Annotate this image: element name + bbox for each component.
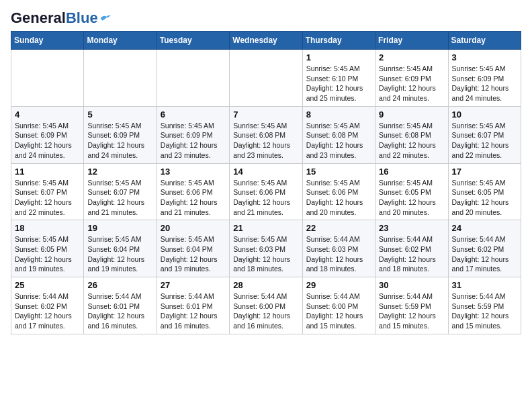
calendar-cell: 1Sunrise: 5:45 AMSunset: 6:10 PMDaylight… bbox=[302, 50, 375, 107]
calendar-cell: 13Sunrise: 5:45 AMSunset: 6:06 PMDayligh… bbox=[157, 163, 229, 220]
day-number: 9 bbox=[379, 109, 444, 120]
day-number: 2 bbox=[379, 52, 444, 62]
day-info: Sunrise: 5:45 AMSunset: 6:10 PMDaylight:… bbox=[306, 64, 371, 103]
day-info: Sunrise: 5:45 AMSunset: 6:09 PMDaylight:… bbox=[87, 121, 152, 161]
day-number: 10 bbox=[452, 109, 517, 120]
day-number: 6 bbox=[161, 109, 226, 120]
day-info: Sunrise: 5:44 AMSunset: 6:02 PMDaylight:… bbox=[452, 234, 517, 274]
calendar-cell: 27Sunrise: 5:44 AMSunset: 6:01 PMDayligh… bbox=[157, 277, 229, 334]
day-number: 23 bbox=[379, 223, 444, 233]
day-info: Sunrise: 5:45 AMSunset: 6:08 PMDaylight:… bbox=[233, 121, 298, 161]
calendar-cell: 15Sunrise: 5:45 AMSunset: 6:06 PMDayligh… bbox=[302, 163, 375, 220]
day-number: 12 bbox=[87, 167, 152, 177]
day-info: Sunrise: 5:45 AMSunset: 6:04 PMDaylight:… bbox=[161, 234, 226, 274]
day-info: Sunrise: 5:45 AMSunset: 6:07 PMDaylight:… bbox=[15, 178, 80, 218]
calendar-week-row: 11Sunrise: 5:45 AMSunset: 6:07 PMDayligh… bbox=[11, 163, 521, 220]
calendar-cell bbox=[11, 50, 84, 107]
day-info: Sunrise: 5:44 AMSunset: 6:02 PMDaylight:… bbox=[379, 234, 444, 274]
day-info: Sunrise: 5:45 AMSunset: 6:06 PMDaylight:… bbox=[233, 178, 298, 218]
logo-bird-icon bbox=[99, 13, 112, 23]
day-info: Sunrise: 5:45 AMSunset: 6:03 PMDaylight:… bbox=[233, 234, 298, 274]
weekday-header: Sunday bbox=[11, 32, 84, 50]
day-info: Sunrise: 5:45 AMSunset: 6:08 PMDaylight:… bbox=[379, 121, 444, 161]
day-info: Sunrise: 5:45 AMSunset: 6:07 PMDaylight:… bbox=[452, 121, 517, 161]
calendar-cell: 11Sunrise: 5:45 AMSunset: 6:07 PMDayligh… bbox=[11, 163, 84, 220]
day-info: Sunrise: 5:44 AMSunset: 6:03 PMDaylight:… bbox=[306, 234, 371, 274]
day-number: 13 bbox=[161, 167, 226, 177]
calendar-cell: 10Sunrise: 5:45 AMSunset: 6:07 PMDayligh… bbox=[448, 106, 521, 163]
calendar-cell: 23Sunrise: 5:44 AMSunset: 6:02 PMDayligh… bbox=[375, 220, 448, 277]
day-number: 25 bbox=[15, 280, 80, 290]
calendar-cell: 19Sunrise: 5:45 AMSunset: 6:04 PMDayligh… bbox=[84, 220, 157, 277]
day-info: Sunrise: 5:44 AMSunset: 6:01 PMDaylight:… bbox=[87, 291, 152, 331]
day-number: 20 bbox=[161, 223, 226, 233]
calendar-cell: 28Sunrise: 5:44 AMSunset: 6:00 PMDayligh… bbox=[230, 277, 302, 334]
calendar-cell: 3Sunrise: 5:45 AMSunset: 6:09 PMDaylight… bbox=[448, 50, 521, 107]
calendar-cell: 25Sunrise: 5:44 AMSunset: 6:02 PMDayligh… bbox=[11, 277, 84, 334]
calendar-cell: 5Sunrise: 5:45 AMSunset: 6:09 PMDaylight… bbox=[84, 106, 157, 163]
calendar-cell: 17Sunrise: 5:45 AMSunset: 6:05 PMDayligh… bbox=[448, 163, 521, 220]
day-number: 18 bbox=[15, 223, 80, 233]
calendar-cell: 30Sunrise: 5:44 AMSunset: 5:59 PMDayligh… bbox=[375, 277, 448, 334]
calendar-cell: 4Sunrise: 5:45 AMSunset: 6:09 PMDaylight… bbox=[11, 106, 84, 163]
day-number: 8 bbox=[306, 109, 371, 120]
calendar-cell: 2Sunrise: 5:45 AMSunset: 6:09 PMDaylight… bbox=[375, 50, 448, 107]
calendar-cell: 31Sunrise: 5:44 AMSunset: 5:59 PMDayligh… bbox=[448, 277, 521, 334]
calendar-cell: 26Sunrise: 5:44 AMSunset: 6:01 PMDayligh… bbox=[84, 277, 157, 334]
weekday-header: Friday bbox=[375, 32, 448, 50]
calendar-cell: 20Sunrise: 5:45 AMSunset: 6:04 PMDayligh… bbox=[157, 220, 229, 277]
day-info: Sunrise: 5:44 AMSunset: 6:00 PMDaylight:… bbox=[306, 291, 371, 331]
day-info: Sunrise: 5:45 AMSunset: 6:08 PMDaylight:… bbox=[306, 121, 371, 161]
day-info: Sunrise: 5:45 AMSunset: 6:06 PMDaylight:… bbox=[161, 178, 226, 218]
day-number: 7 bbox=[233, 109, 298, 120]
calendar-cell: 21Sunrise: 5:45 AMSunset: 6:03 PMDayligh… bbox=[230, 220, 302, 277]
weekday-header: Thursday bbox=[302, 32, 375, 50]
logo: GeneralBlue bbox=[11, 11, 112, 26]
day-info: Sunrise: 5:44 AMSunset: 5:59 PMDaylight:… bbox=[379, 291, 444, 331]
day-number: 31 bbox=[452, 280, 517, 290]
calendar-cell: 9Sunrise: 5:45 AMSunset: 6:08 PMDaylight… bbox=[375, 106, 448, 163]
weekday-header: Saturday bbox=[448, 32, 521, 50]
day-info: Sunrise: 5:44 AMSunset: 5:59 PMDaylight:… bbox=[452, 291, 517, 331]
day-number: 11 bbox=[15, 167, 80, 177]
calendar-cell: 8Sunrise: 5:45 AMSunset: 6:08 PMDaylight… bbox=[302, 106, 375, 163]
calendar-cell bbox=[157, 50, 229, 107]
calendar-cell: 22Sunrise: 5:44 AMSunset: 6:03 PMDayligh… bbox=[302, 220, 375, 277]
day-number: 4 bbox=[15, 109, 80, 120]
day-info: Sunrise: 5:45 AMSunset: 6:06 PMDaylight:… bbox=[306, 178, 371, 218]
day-info: Sunrise: 5:45 AMSunset: 6:09 PMDaylight:… bbox=[161, 121, 226, 161]
day-number: 3 bbox=[452, 52, 517, 62]
calendar-week-row: 1Sunrise: 5:45 AMSunset: 6:10 PMDaylight… bbox=[11, 50, 521, 107]
calendar-week-row: 25Sunrise: 5:44 AMSunset: 6:02 PMDayligh… bbox=[11, 277, 521, 334]
calendar-table: SundayMondayTuesdayWednesdayThursdayFrid… bbox=[11, 31, 521, 334]
day-number: 15 bbox=[306, 167, 371, 177]
calendar-cell: 16Sunrise: 5:45 AMSunset: 6:05 PMDayligh… bbox=[375, 163, 448, 220]
weekday-header: Tuesday bbox=[157, 32, 229, 50]
day-number: 30 bbox=[379, 280, 444, 290]
calendar-cell bbox=[230, 50, 302, 107]
weekday-header: Monday bbox=[84, 32, 157, 50]
day-number: 22 bbox=[306, 223, 371, 233]
day-info: Sunrise: 5:44 AMSunset: 6:01 PMDaylight:… bbox=[161, 291, 226, 331]
logo-text: GeneralBlue bbox=[11, 11, 98, 26]
day-info: Sunrise: 5:45 AMSunset: 6:04 PMDaylight:… bbox=[87, 234, 152, 274]
calendar-cell: 18Sunrise: 5:45 AMSunset: 6:05 PMDayligh… bbox=[11, 220, 84, 277]
weekday-header-row: SundayMondayTuesdayWednesdayThursdayFrid… bbox=[11, 32, 521, 50]
calendar-cell: 24Sunrise: 5:44 AMSunset: 6:02 PMDayligh… bbox=[448, 220, 521, 277]
calendar-cell bbox=[84, 50, 157, 107]
day-number: 27 bbox=[161, 280, 226, 290]
calendar-cell: 6Sunrise: 5:45 AMSunset: 6:09 PMDaylight… bbox=[157, 106, 229, 163]
day-info: Sunrise: 5:45 AMSunset: 6:05 PMDaylight:… bbox=[452, 178, 517, 218]
day-info: Sunrise: 5:45 AMSunset: 6:05 PMDaylight:… bbox=[379, 178, 444, 218]
day-number: 1 bbox=[306, 52, 371, 62]
day-number: 5 bbox=[87, 109, 152, 120]
page-header: GeneralBlue bbox=[11, 11, 521, 26]
day-info: Sunrise: 5:45 AMSunset: 6:07 PMDaylight:… bbox=[87, 178, 152, 218]
day-number: 17 bbox=[452, 167, 517, 177]
calendar-cell: 7Sunrise: 5:45 AMSunset: 6:08 PMDaylight… bbox=[230, 106, 302, 163]
day-number: 28 bbox=[233, 280, 298, 290]
day-number: 19 bbox=[87, 223, 152, 233]
day-info: Sunrise: 5:45 AMSunset: 6:09 PMDaylight:… bbox=[15, 121, 80, 161]
day-number: 26 bbox=[87, 280, 152, 290]
day-number: 16 bbox=[379, 167, 444, 177]
